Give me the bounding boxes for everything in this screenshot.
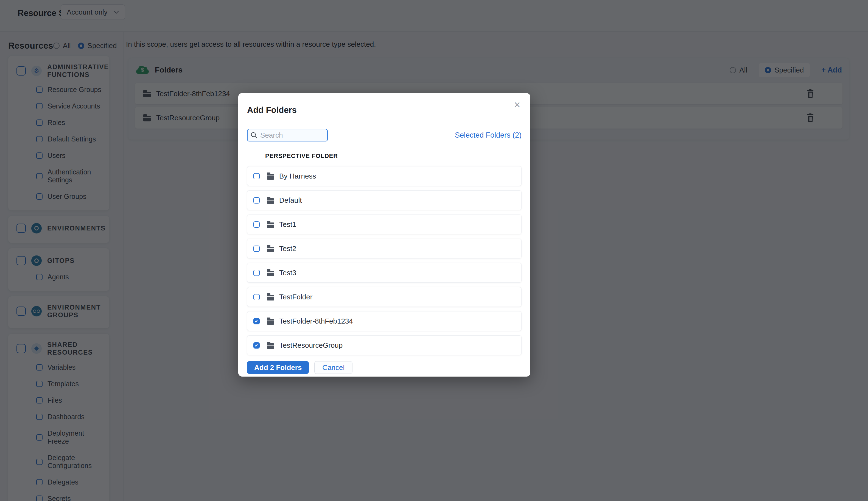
column-header: PERSPECTIVE FOLDER bbox=[265, 152, 522, 160]
modal-folder-row[interactable]: Test2 bbox=[247, 239, 522, 258]
modal-folder-row[interactable]: TestFolder bbox=[247, 287, 522, 307]
folder-icon bbox=[267, 174, 274, 180]
close-icon[interactable]: × bbox=[511, 99, 523, 111]
modal-folder-row[interactable]: Test1 bbox=[247, 214, 522, 234]
selected-folders-link[interactable]: Selected Folders (2) bbox=[455, 131, 522, 140]
folder-icon bbox=[267, 223, 274, 228]
checkbox[interactable] bbox=[253, 294, 260, 300]
checkbox[interactable] bbox=[253, 270, 260, 276]
folder-icon bbox=[267, 271, 274, 276]
folder-icon bbox=[267, 343, 274, 349]
modal-folder-row[interactable]: By Harness bbox=[247, 166, 522, 186]
modal-folder-row[interactable]: Test3 bbox=[247, 263, 522, 283]
search-input[interactable] bbox=[247, 129, 328, 141]
folder-icon bbox=[267, 247, 274, 252]
modal-folder-row[interactable]: Default bbox=[247, 190, 522, 210]
search-icon bbox=[250, 131, 258, 140]
folder-icon bbox=[267, 319, 274, 325]
checkbox[interactable] bbox=[253, 197, 260, 204]
checkbox[interactable] bbox=[253, 246, 260, 252]
checkbox[interactable] bbox=[253, 318, 260, 324]
modal-folder-row[interactable]: TestResourceGroup bbox=[247, 335, 522, 355]
checkbox[interactable] bbox=[253, 173, 260, 179]
folder-icon bbox=[267, 295, 274, 300]
checkbox[interactable] bbox=[253, 342, 260, 349]
add-folders-button[interactable]: Add 2 Folders bbox=[247, 361, 309, 374]
modal-title: Add Folders bbox=[247, 105, 522, 115]
modal-folder-row[interactable]: TestFolder-8thFeb1234 bbox=[247, 311, 522, 331]
checkbox[interactable] bbox=[253, 221, 260, 228]
folder-icon bbox=[267, 198, 274, 204]
add-folders-modal: × Add Folders Selected Folders (2) PERSP… bbox=[238, 93, 530, 376]
cancel-button[interactable]: Cancel bbox=[314, 361, 352, 374]
